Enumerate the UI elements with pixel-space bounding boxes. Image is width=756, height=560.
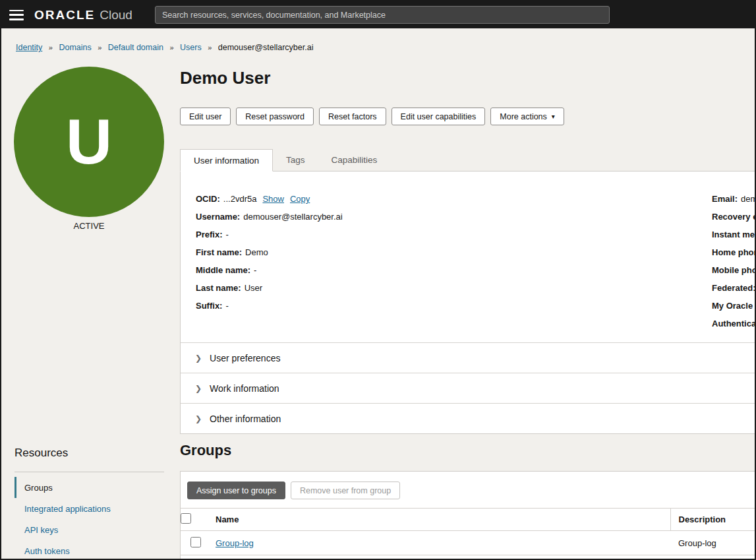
section-work-information[interactable]: ❯ Work information [181,373,756,403]
page-title: Demo User [180,68,270,88]
table-row: Group-log Group-log [181,531,756,555]
field-instant-messaging: Instant mes [712,226,756,243]
prefix-label: Prefix: [196,230,222,239]
my-oracle-label: My Oracle [712,301,753,311]
groups-heading: Groups [180,442,231,459]
user-info-fields: OCID: ...2vdr5a Show Copy Username: demo… [181,171,756,342]
top-navigation-bar: ORACLE Cloud [1,1,755,28]
assign-user-to-groups-button[interactable]: Assign user to groups [187,482,285,499]
row-select-cell [181,531,210,555]
select-all-checkbox[interactable] [181,513,191,524]
edit-user-capabilities-button[interactable]: Edit user capabilities [392,108,486,125]
oracle-cloud-logo: ORACLE Cloud [34,8,132,22]
hamburger-menu-icon[interactable] [9,10,24,20]
sidebar-item-integrated-applications[interactable]: Integrated applications [15,498,164,519]
group-log-link[interactable]: Group-log [216,538,254,548]
breadcrumb-default-domain[interactable]: Default domain [108,43,163,52]
select-all-cell [181,509,210,531]
section-user-preferences[interactable]: ❯ User preferences [181,342,756,373]
breadcrumb-identity[interactable]: Identity [16,43,42,52]
remove-user-from-group-button[interactable]: Remove user from group [291,482,400,499]
sidebar-item-groups[interactable]: Groups [15,477,164,498]
middle-name-value: - [254,265,256,275]
search-input[interactable] [155,6,610,24]
federated-label: Federated: [712,283,755,293]
reset-factors-button[interactable]: Reset factors [319,108,386,125]
chevron-right-icon: ❯ [195,354,202,363]
field-prefix: Prefix: - [196,226,756,243]
reset-password-button[interactable]: Reset password [236,108,314,125]
last-name-label: Last name: [196,283,241,293]
chevron-down-icon: ▾ [552,113,555,120]
prefix-value: - [225,230,228,239]
global-search [155,6,610,24]
username-value: demouser@stellarcyber.ai [243,212,342,222]
middle-name-label: Middle name: [196,265,250,275]
action-buttons: Edit user Reset password Reset factors E… [180,108,564,125]
chevron-right-icon: ❯ [195,384,202,393]
avatar-initial: U [66,105,112,179]
tab-tags[interactable]: Tags [273,148,318,171]
field-first-name: First name: Demo [196,243,756,261]
field-authentication: Authentica [712,315,756,332]
groups-table: Name Description Group-log Group-log [181,508,756,555]
breadcrumb-separator: » [98,44,102,51]
field-last-name: Last name: User [196,279,756,297]
instant-messaging-label: Instant mes [712,230,756,239]
edit-user-button[interactable]: Edit user [180,108,231,125]
resources-list: Groups Integrated applications API keys … [15,477,164,560]
user-info-fields-right: Email: dem Recovery e Instant mes Home p… [712,190,756,332]
breadcrumb-domains[interactable]: Domains [59,43,91,52]
breadcrumb-separator: » [169,44,173,51]
tab-capabilities[interactable]: Capabilities [318,148,391,171]
field-suffix: Suffix: - [196,297,756,315]
suffix-label: Suffix: [196,301,222,311]
authentication-label: Authentica [712,319,756,328]
breadcrumb-separator: » [49,44,53,51]
field-mobile-phone: Mobile pho [712,261,756,279]
resources-divider [15,472,164,472]
breadcrumb: Identity » Domains » Default domain » Us… [16,43,313,52]
tab-bar: User information Tags Capabilities [180,148,390,171]
section-work-information-label: Work information [210,383,279,394]
user-avatar: U [14,67,164,217]
oci-user-details-page: { "topbar": { "brand_primary": "ORACLE",… [0,0,756,560]
sidebar-item-auth-tokens[interactable]: Auth tokens [15,540,164,560]
field-recovery-email: Recovery e [712,208,756,226]
email-value: dem [741,194,756,204]
ocid-value: ...2vdr5a [223,194,257,204]
ocid-show-link[interactable]: Show [262,194,284,204]
brand-cloud: Cloud [100,8,132,22]
section-other-information-label: Other information [210,414,281,424]
field-home-phone: Home phon [712,243,756,261]
recovery-email-label: Recovery e [712,212,756,222]
ocid-copy-link[interactable]: Copy [290,194,310,204]
field-ocid: OCID: ...2vdr5a Show Copy [196,190,756,208]
first-name-value: Demo [245,247,268,257]
ocid-label: OCID: [196,194,220,204]
email-label: Email: [712,194,738,204]
row-checkbox[interactable] [190,537,201,547]
groups-panel: Assign user to groups Remove user from g… [180,471,756,560]
groups-buttons: Assign user to groups Remove user from g… [181,482,756,499]
field-middle-name: Middle name: - [196,261,756,279]
breadcrumb-users[interactable]: Users [180,43,202,52]
name-column-header: Name [210,509,670,531]
username-label: Username: [196,212,240,222]
breadcrumb-current: demouser@stellarcyber.ai [218,43,314,52]
breadcrumb-separator: » [208,44,212,51]
description-column-header: Description [670,509,756,531]
field-my-oracle: My Oracle [712,297,756,315]
field-email: Email: dem [712,190,756,208]
groups-table-header-row: Name Description [181,509,756,531]
brand-oracle: ORACLE [34,8,95,22]
section-user-preferences-label: User preferences [210,353,280,363]
sidebar-item-api-keys[interactable]: API keys [15,519,164,540]
more-actions-button[interactable]: More actions ▾ [490,108,564,125]
mobile-phone-label: Mobile pho [712,265,756,275]
resources-heading: Resources [15,447,68,460]
section-other-information[interactable]: ❯ Other information [181,403,756,433]
first-name-label: First name: [196,247,242,257]
tab-user-information[interactable]: User information [180,149,273,171]
field-federated: Federated: [712,279,756,297]
